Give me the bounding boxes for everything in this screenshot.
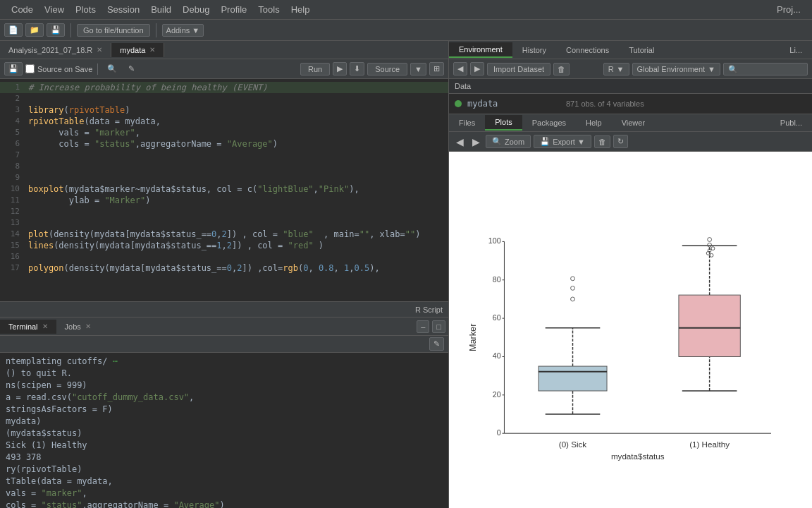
code-line-2: 2 <box>0 93 448 104</box>
export-icon: 💾 <box>540 137 550 146</box>
open-file-btn[interactable]: 📁 <box>25 23 44 37</box>
console-panel: Terminal ✕ Jobs ✕ – □ ✎ ntemplating cuto… <box>0 317 448 508</box>
source-on-save-label[interactable]: Source on Save <box>25 64 92 73</box>
menu-view[interactable]: View <box>39 0 70 19</box>
script-tab-label: mydata <box>120 46 145 54</box>
save-btn[interactable]: 💾 <box>47 23 65 37</box>
sick-outlier-3 <box>570 297 574 301</box>
env-toolbar: ◀ ▶ Import Dataset 🗑 R ▼ Global Environm… <box>449 59 812 79</box>
source-on-save-checkbox[interactable] <box>25 64 35 73</box>
files-tab-bar: Files Plots Packages Help Viewer Publ... <box>449 114 812 132</box>
editor-save-btn[interactable]: 💾 <box>4 62 23 75</box>
new-file-btn[interactable]: 📄 <box>4 23 23 37</box>
code-line-3: 3 library(rpivotTable) <box>0 104 448 116</box>
ed-sep <box>97 64 98 75</box>
env-nav-next[interactable]: ▶ <box>470 62 484 75</box>
code-editor[interactable]: 1 # Increase probability of being health… <box>0 79 448 301</box>
menu-plots[interactable]: Plots <box>70 0 102 19</box>
console-edit-btn[interactable]: ✎ <box>429 337 444 351</box>
delete-plot-btn[interactable]: 🗑 <box>594 135 610 148</box>
plot-area: Marker 0 20 40 60 80 100 <box>449 152 812 508</box>
main-toolbar: 📄 📁 💾 Go to file/function Addins ▼ <box>0 20 812 41</box>
x-axis-title: mydata$status <box>610 452 664 461</box>
export-btn[interactable]: 💾 Export ▼ <box>534 135 591 148</box>
svg-text:0: 0 <box>496 428 500 437</box>
menu-tools[interactable]: Tools <box>252 0 285 19</box>
run-down-btn[interactable]: ⬇ <box>350 62 364 75</box>
tab-lib-label: Li... <box>780 43 812 57</box>
tab-help[interactable]: Help <box>576 116 612 130</box>
plot-prev-btn[interactable]: ◀ <box>453 135 467 149</box>
spell-btn[interactable]: ✎ <box>124 63 139 75</box>
y-ticks: 0 20 40 60 80 100 <box>488 236 504 437</box>
run-btn[interactable]: Run <box>300 63 330 75</box>
import-dataset-btn[interactable]: Import Dataset <box>487 63 550 75</box>
tab-packages[interactable]: Packages <box>522 116 576 130</box>
tab-analysis-file[interactable]: Analysis_2021_07_18.R ✕ <box>0 43 111 57</box>
healthy-outlier-1 <box>707 237 711 241</box>
code-line-13: 13 <box>0 217 448 229</box>
boxplot-sick <box>538 276 606 413</box>
tab-connections[interactable]: Connections <box>556 43 619 57</box>
plot-next-btn[interactable]: ▶ <box>469 135 483 149</box>
console-line-6: stringsAsFactors = F) <box>6 404 443 416</box>
code-line-5: 5 vals = "marker", <box>0 127 448 138</box>
code-line-8: 8 <box>0 161 448 172</box>
svg-text:60: 60 <box>492 313 500 322</box>
console-expand-btn[interactable]: □ <box>432 320 445 333</box>
goto-file-btn[interactable]: Go to file/function <box>77 24 150 37</box>
tab-close-file[interactable]: ✕ <box>97 46 102 54</box>
menu-session[interactable]: Session <box>102 0 145 19</box>
tab-environment[interactable]: Environment <box>449 42 512 58</box>
menu-debug[interactable]: Debug <box>177 0 215 19</box>
menu-project[interactable]: Proj... <box>771 0 806 19</box>
console-collapse-btn[interactable]: – <box>417 320 429 333</box>
tab-jobs[interactable]: Jobs ✕ <box>56 320 99 334</box>
source-btn[interactable]: Source <box>367 63 407 75</box>
console-line-5: a = read.csv("cutoff_dummy_data.csv", <box>6 392 443 404</box>
menu-bar: Code View Plots Session Build Debug Prof… <box>0 0 812 20</box>
console-line-14: tTable(data = mydata, <box>6 476 443 488</box>
env-row-mydata[interactable]: mydata 871 obs. of 4 variables <box>449 97 812 111</box>
menu-profile[interactable]: Profile <box>215 0 252 19</box>
sick-box <box>538 366 606 391</box>
refresh-plot-btn[interactable]: ↻ <box>613 135 628 148</box>
clear-env-btn[interactable]: 🗑 <box>553 63 570 75</box>
source-arrow-btn[interactable]: ▼ <box>410 63 426 75</box>
tab-mydata[interactable]: mydata ✕ <box>111 43 164 57</box>
r-selector[interactable]: R ▼ <box>603 63 629 75</box>
menu-code[interactable]: Code <box>6 0 39 19</box>
tab-terminal[interactable]: Terminal ✕ <box>0 320 56 334</box>
tab-history[interactable]: History <box>512 43 556 57</box>
env-search-input[interactable] <box>723 63 808 75</box>
env-nav-prev[interactable]: ◀ <box>453 62 467 75</box>
console-output: ntemplating cutoffs/ ⋯ () to quit R. ns(… <box>0 353 448 508</box>
left-panel: Analysis_2021_07_18.R ✕ mydata ✕ 💾 Sourc… <box>0 41 449 508</box>
editor-status: R Script <box>0 301 448 317</box>
y-axis-label: Marker <box>467 323 477 351</box>
zoom-btn[interactable]: 🔍 Zoom <box>486 135 531 148</box>
addins-btn[interactable]: Addins ▼ <box>162 24 204 37</box>
editor-toolbar: 💾 Source on Save 🔍 ✎ Run ▶ ⬇ Source ▼ ⊞ <box>0 59 448 79</box>
env-row-desc: 871 obs. of 4 variables <box>566 99 644 108</box>
healthy-outlier-6 <box>710 253 713 257</box>
tab-publ: Publ... <box>770 116 812 130</box>
boxplot-chart: Marker 0 20 40 60 80 100 <box>458 228 804 461</box>
tab-viewer[interactable]: Viewer <box>612 116 655 130</box>
code-line-17: 17 polygon(density(mydata[mydata$status_… <box>0 262 448 274</box>
x-label-sick: (0) Sick <box>558 439 586 448</box>
tab-plots[interactable]: Plots <box>485 115 522 131</box>
boxplot-healthy <box>678 237 739 390</box>
x-label-healthy: (1) Healthy <box>689 439 730 448</box>
menu-help[interactable]: Help <box>285 0 316 19</box>
find-btn[interactable]: 🔍 <box>103 63 121 75</box>
tab-files[interactable]: Files <box>449 116 485 130</box>
run-arrow-btn[interactable]: ▶ <box>333 62 347 75</box>
tab-tutorial[interactable]: Tutorial <box>619 43 664 57</box>
healthy-box <box>678 295 739 356</box>
global-env-selector[interactable]: Global Environment ▼ <box>632 63 721 75</box>
expand-editor-btn[interactable]: ⊞ <box>429 62 444 75</box>
tab-close-mydata[interactable]: ✕ <box>149 46 155 54</box>
env-tab-bar: Environment History Connections Tutorial… <box>449 41 812 59</box>
menu-build[interactable]: Build <box>145 0 177 19</box>
